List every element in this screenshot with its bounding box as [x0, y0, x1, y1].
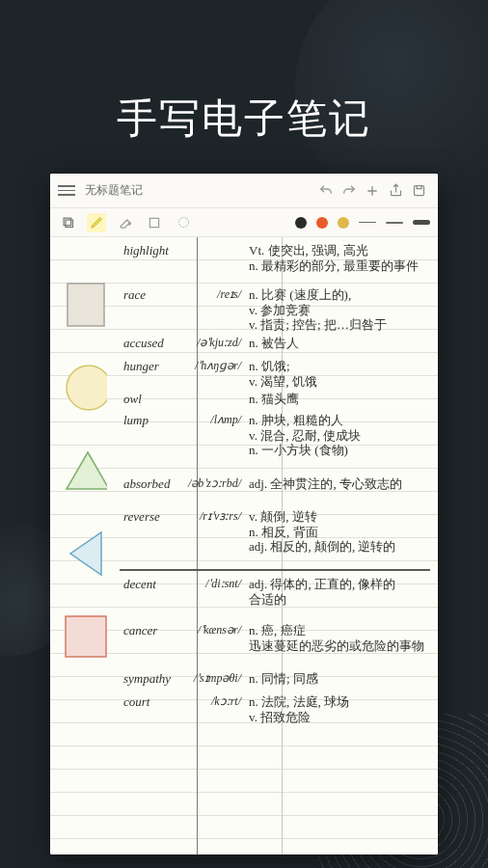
svg-point-6	[67, 366, 107, 410]
stroke-thick[interactable]	[413, 217, 430, 229]
svg-rect-9	[66, 616, 106, 657]
vocab-entry: reverse/rɪˈvɜːrs/v. 颠倒, 逆转n. 相反, 背面adj. …	[122, 507, 432, 555]
vocab-word: absorbed	[122, 475, 183, 492]
vocab-def-line: v. 颠倒, 逆转	[249, 509, 432, 525]
vocab-ipa: /əˈkjuːzd/	[183, 334, 241, 349]
vocab-def-line: n. 被告人	[249, 336, 432, 351]
eraser-tool[interactable]	[116, 213, 135, 232]
drawn-square-red	[65, 613, 107, 660]
vocab-def-line: 迅速蔓延的恶劣的或危险的事物	[249, 638, 432, 654]
vocab-defs: v. 颠倒, 逆转n. 相反, 背面adj. 相反的, 颠倒的, 逆转的	[241, 507, 432, 555]
vocab-defs: n. 比赛 (速度上的),v. 参加竞赛v. 指责; 控告; 把…归咎于	[241, 285, 432, 333]
vocab-defs: adj. 得体的, 正直的, 像样的合适的	[241, 575, 432, 607]
vocab-def-line: n. 猫头鹰	[249, 392, 432, 407]
stroke-thin[interactable]	[359, 217, 376, 229]
lasso-tool[interactable]	[174, 213, 193, 232]
drawing-toolbar	[50, 208, 438, 237]
svg-rect-1	[64, 218, 71, 226]
shape-tool[interactable]	[145, 213, 164, 232]
vocab-defs: n. 被告人	[241, 334, 432, 351]
add-button[interactable]	[361, 179, 384, 203]
vocab-def-line: v. 混合, 忍耐, 使成块	[249, 428, 432, 444]
vocab-ipa: /kɔːrt/	[183, 692, 241, 708]
share-button[interactable]	[384, 179, 407, 203]
vocab-entry: accused/əˈkjuːzd/n. 被告人	[122, 334, 432, 351]
layers-tool[interactable]	[58, 213, 77, 232]
vocab-ipa	[183, 390, 241, 392]
vocab-defs: Vt. 使突出, 强调, 高光n. 最精彩的部分, 最重要的事件	[241, 241, 432, 273]
vocab-entry: decent/ˈdiːsnt/adj. 得体的, 正直的, 像样的合适的	[122, 575, 432, 607]
vocab-entry: owln. 猫头鹰	[122, 390, 432, 407]
vocab-ipa: /əbˈzɔːrbd/	[183, 475, 241, 490]
vocab-def-line: Vt. 使突出, 强调, 高光	[249, 243, 432, 258]
vocab-def-line: n. 比赛 (速度上的),	[249, 287, 432, 303]
vocab-def-line: adj. 相反的, 颠倒的, 逆转的	[249, 539, 432, 555]
vocab-def-line: v. 渴望, 饥饿	[249, 374, 432, 390]
pen-tool[interactable]	[87, 213, 106, 232]
vocab-entry: sympathy/ˈsɪmpəθi/n. 同情; 同感	[122, 669, 432, 687]
vocab-word: hunger	[122, 357, 183, 374]
svg-rect-3	[149, 218, 158, 227]
vocab-word: lump	[122, 411, 183, 428]
vocab-entry: highlightVt. 使突出, 强调, 高光n. 最精彩的部分, 最重要的事…	[122, 241, 432, 273]
svg-rect-5	[68, 284, 104, 326]
vocab-defs: n. 肿块, 粗糙的人v. 混合, 忍耐, 使成块n. 一小方块 (食物)	[241, 411, 432, 458]
promo-headline: 手写电子笔记	[0, 92, 488, 146]
vocab-def-line: v. 招致危险	[249, 710, 432, 725]
color-swatch-yellow[interactable]	[338, 217, 349, 229]
stroke-medium[interactable]	[386, 217, 403, 229]
vocab-word: decent	[122, 575, 183, 592]
vocab-defs: n. 同情; 同感	[241, 669, 432, 687]
vocab-word: highlight	[122, 241, 183, 258]
vocab-entry: hunger/ˈhʌŋɡər/n. 饥饿;v. 渴望, 饥饿	[122, 357, 432, 389]
vocab-ipa	[183, 241, 241, 243]
drawn-rectangle	[65, 282, 107, 328]
vocab-word: accused	[122, 334, 183, 351]
vocab-def-line: adj. 得体的, 正直的, 像样的	[249, 577, 432, 592]
vocab-ipa: /ˈkænsər/	[183, 621, 241, 637]
svg-rect-2	[66, 220, 73, 228]
svg-marker-8	[70, 532, 101, 575]
drawn-circle	[65, 365, 107, 411]
vocab-def-line: 合适的	[249, 592, 432, 608]
redo-button[interactable]	[338, 179, 361, 203]
vocab-word: cancer	[122, 621, 183, 638]
top-app-bar: 无标题笔记	[50, 174, 438, 208]
vocab-word: owl	[122, 390, 183, 407]
vocab-def-line: n. 肿块, 粗糙的人	[249, 413, 432, 428]
color-swatch-black[interactable]	[295, 217, 307, 229]
vocab-word: race	[122, 285, 183, 303]
svg-point-4	[178, 218, 188, 228]
vocab-ipa: /rɪˈvɜːrs/	[183, 507, 241, 523]
note-title[interactable]: 无标题笔记	[85, 182, 314, 199]
drawn-triangle-blue	[65, 530, 107, 577]
svg-marker-7	[67, 452, 107, 489]
vocab-defs: n. 癌, 癌症迅速蔓延的恶劣的或危险的事物	[241, 621, 432, 653]
vocab-def-line: n. 癌, 癌症	[249, 623, 432, 638]
vocab-entry: race/reɪs/n. 比赛 (速度上的),v. 参加竞赛v. 指责; 控告;…	[122, 285, 432, 333]
vocab-entry: cancer/ˈkænsər/n. 癌, 癌症迅速蔓延的恶劣的或危险的事物	[122, 621, 432, 653]
vocab-entry: court/kɔːrt/n. 法院, 法庭, 球场v. 招致危险	[122, 692, 432, 724]
drawn-triangle-green	[65, 448, 107, 494]
svg-rect-0	[414, 186, 423, 196]
vocab-ipa: /ˈsɪmpəθi/	[183, 669, 241, 685]
menu-button[interactable]	[58, 185, 75, 196]
hand-drawn-separator	[120, 569, 430, 571]
vocab-defs: n. 法院, 法庭, 球场v. 招致危险	[241, 692, 432, 724]
shape-samples	[60, 282, 112, 660]
app-window: 无标题笔记	[50, 174, 438, 854]
vocab-def-line: n. 同情; 同感	[249, 671, 432, 687]
vocab-entry: lump/lʌmp/n. 肿块, 粗糙的人v. 混合, 忍耐, 使成块n. 一小…	[122, 411, 432, 458]
note-canvas[interactable]: highlightVt. 使突出, 强调, 高光n. 最精彩的部分, 最重要的事…	[50, 237, 438, 854]
vocab-ipa: /ˈdiːsnt/	[183, 575, 241, 590]
vocab-def-line: n. 相反, 背面	[249, 525, 432, 540]
vocab-defs: n. 猫头鹰	[241, 390, 432, 407]
vocab-entry: absorbed/əbˈzɔːrbd/adj. 全神贯注的, 专心致志的	[122, 475, 432, 492]
color-swatch-orange[interactable]	[316, 217, 328, 229]
vocab-def-line: n. 一小方块 (食物)	[249, 443, 432, 458]
vocab-ipa: /lʌmp/	[183, 411, 241, 426]
vocab-defs: adj. 全神贯注的, 专心致志的	[241, 475, 432, 492]
save-button[interactable]	[407, 179, 430, 203]
vocab-def-line: v. 指责; 控告; 把…归咎于	[249, 317, 432, 333]
undo-button[interactable]	[314, 179, 338, 203]
